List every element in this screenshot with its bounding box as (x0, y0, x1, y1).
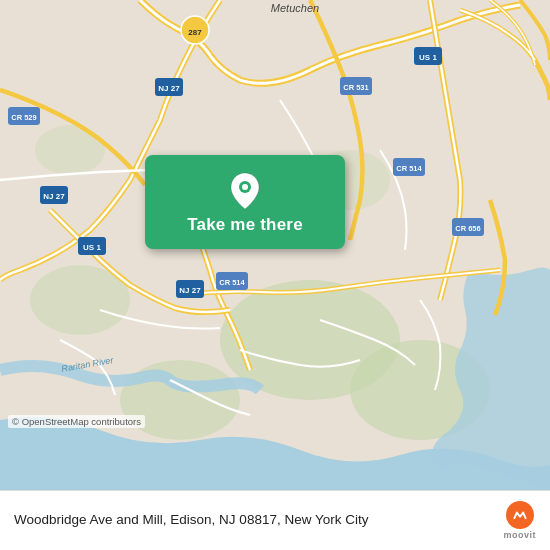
svg-text:NJ 27: NJ 27 (179, 286, 201, 295)
svg-text:CR 514: CR 514 (219, 278, 245, 287)
map-container: 287 NJ 27 NJ 27 NJ 27 US 1 US 1 CR 529 C… (0, 0, 550, 490)
svg-point-32 (242, 184, 248, 190)
svg-text:US 1: US 1 (419, 53, 437, 62)
location-pin-icon (227, 173, 263, 209)
svg-text:US 1: US 1 (83, 243, 101, 252)
svg-text:CR 514: CR 514 (396, 164, 422, 173)
svg-text:CR 656: CR 656 (455, 224, 480, 233)
osm-credit-text: © OpenStreetMap contributors (12, 416, 141, 427)
svg-text:NJ 27: NJ 27 (43, 192, 65, 201)
moovit-text: moovit (503, 530, 536, 540)
svg-point-3 (120, 360, 240, 440)
take-me-there-button[interactable]: Take me there (145, 155, 345, 249)
address-text: Woodbridge Ave and Mill, Edison, NJ 0881… (14, 511, 493, 529)
bottom-bar: Woodbridge Ave and Mill, Edison, NJ 0881… (0, 490, 550, 550)
svg-text:287: 287 (188, 28, 202, 37)
take-me-there-label: Take me there (187, 215, 303, 235)
osm-credit: © OpenStreetMap contributors (8, 415, 145, 428)
svg-text:Metuchen: Metuchen (271, 2, 319, 14)
svg-text:CR 529: CR 529 (11, 113, 36, 122)
svg-point-6 (35, 125, 105, 175)
svg-text:CR 531: CR 531 (343, 83, 368, 92)
moovit-icon (506, 501, 534, 529)
svg-text:NJ 27: NJ 27 (158, 84, 180, 93)
moovit-logo: moovit (503, 501, 536, 540)
